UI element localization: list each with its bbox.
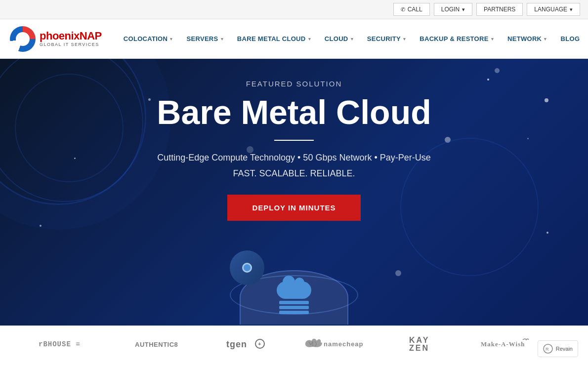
- chevron-down-icon: ▾: [221, 37, 223, 41]
- partner-logo-authentic8: AUTHENTIC8: [135, 337, 189, 352]
- nav-item-bare-metal: BARE METAL CLOUD ▾: [230, 19, 318, 59]
- server-bar: [279, 306, 309, 309]
- nav-link-network[interactable]: NETWORK ▾: [501, 19, 554, 59]
- svg-text:R: R: [546, 347, 549, 352]
- hero-subtitle1: Cutting-Edge Compute Technology • 50 Gbp…: [157, 151, 431, 165]
- svg-text:rBHOUSE ≡: rBHOUSE ≡: [39, 340, 81, 348]
- nav-link-colocation[interactable]: COLOCATION ▾: [117, 19, 180, 59]
- hero-title: Bare Metal Cloud: [157, 94, 431, 131]
- revain-label: Revain: [556, 346, 573, 352]
- nav-link-security[interactable]: SECURITY ▾: [360, 19, 413, 59]
- nav-item-cloud: CLOUD ▾: [318, 19, 360, 59]
- svg-text:namecheap: namecheap: [324, 340, 364, 348]
- chevron-down-icon: ▾: [403, 37, 406, 41]
- chevron-down-icon: ▾: [308, 37, 311, 41]
- partner-logo-tgen: tgen +: [226, 336, 266, 353]
- nav-item-backup: BACKUP & RESTORE ▾: [413, 19, 501, 59]
- login-button[interactable]: LOGIN ▾: [434, 3, 472, 16]
- robot-figure: [230, 250, 274, 295]
- svg-text:KAY: KAY: [409, 336, 429, 344]
- svg-text:Make-A-Wish: Make-A-Wish: [481, 340, 525, 348]
- hero-featured-label: FEATURED SOLUTION: [246, 80, 342, 88]
- server-bar: [279, 301, 309, 304]
- nav-link-backup[interactable]: BACKUP & RESTORE ▾: [413, 19, 501, 59]
- nav-link-cloud[interactable]: CLOUD ▾: [318, 19, 360, 59]
- nav-item-servers: SERVERS ▾: [180, 19, 230, 59]
- nav-link-blog[interactable]: BLOG: [554, 19, 587, 59]
- deploy-button[interactable]: DEPLOY IN MINUTES: [227, 195, 360, 221]
- nav-link-servers[interactable]: SERVERS ▾: [180, 19, 230, 59]
- chevron-down-icon: ▾: [170, 37, 172, 41]
- hero-section: FEATURED SOLUTION Bare Metal Cloud Cutti…: [0, 59, 588, 326]
- chevron-down-icon: ▾: [491, 37, 494, 41]
- language-button[interactable]: LANGUAGE ▾: [527, 3, 580, 16]
- partner-logo-namecheap: namecheap: [303, 337, 372, 352]
- nav-item-network: NETWORK ▾: [501, 19, 554, 59]
- svg-text:tgen: tgen: [226, 339, 247, 349]
- logo-text: phoenixNAP GLOBAL IT SERVICES: [40, 30, 102, 47]
- chevron-down-icon: ▾: [570, 6, 573, 13]
- nav-item-colocation: COLOCATION ▾: [117, 19, 180, 59]
- server-bar: [279, 311, 309, 314]
- logo-subtitle: GLOBAL IT SERVICES: [40, 42, 102, 47]
- server-bars: [279, 301, 309, 314]
- nav-link-bare-metal[interactable]: BARE METAL CLOUD ▾: [230, 19, 318, 59]
- hero-subtitle2: FAST. SCALABLE. RELIABLE.: [233, 168, 355, 179]
- top-utility-bar: ✆ CALL LOGIN ▾ PARTNERS LANGUAGE ▾: [0, 0, 588, 19]
- logo-brand-part1: phoenix: [40, 30, 80, 42]
- nav-menu: COLOCATION ▾ SERVERS ▾ BARE METAL CLOUD …: [117, 19, 587, 59]
- partner-logo-rbhouse: rBHOUSE ≡: [39, 336, 98, 352]
- cloud-server-icon: [277, 282, 311, 314]
- chevron-down-icon: ▾: [544, 37, 546, 41]
- svg-text:+: +: [258, 341, 261, 347]
- robot-body: [230, 250, 264, 285]
- phone-icon: ✆: [401, 6, 405, 13]
- svg-text:ZEN: ZEN: [409, 344, 429, 352]
- nav-item-blog: BLOG: [554, 19, 587, 59]
- svg-text:AUTHENTIC8: AUTHENTIC8: [135, 341, 178, 348]
- partners-button[interactable]: PARTNERS: [476, 3, 523, 16]
- partner-logo-kayzen: KAY ZEN: [409, 335, 444, 354]
- robot-eye: [242, 263, 252, 273]
- nav-item-security: SECURITY ▾: [360, 19, 413, 59]
- revain-widget: R Revain: [538, 340, 578, 357]
- call-button[interactable]: ✆ CALL: [393, 3, 430, 16]
- partners-bar: rBHOUSE ≡ AUTHENTIC8 tgen + namecheap KA…: [0, 326, 588, 363]
- cloud-shape: [277, 282, 311, 299]
- chevron-down-icon: ▾: [351, 37, 353, 41]
- logo-brand-part2: NAP: [80, 30, 102, 42]
- logo[interactable]: phoenixNAP GLOBAL IT SERVICES: [10, 26, 102, 52]
- hero-illustration: [220, 236, 368, 325]
- chevron-down-icon: ▾: [462, 6, 465, 13]
- main-navigation: phoenixNAP GLOBAL IT SERVICES COLOCATION…: [0, 19, 588, 59]
- hero-divider: [274, 140, 314, 141]
- logo-icon: [10, 26, 36, 52]
- revain-icon: R: [543, 344, 553, 354]
